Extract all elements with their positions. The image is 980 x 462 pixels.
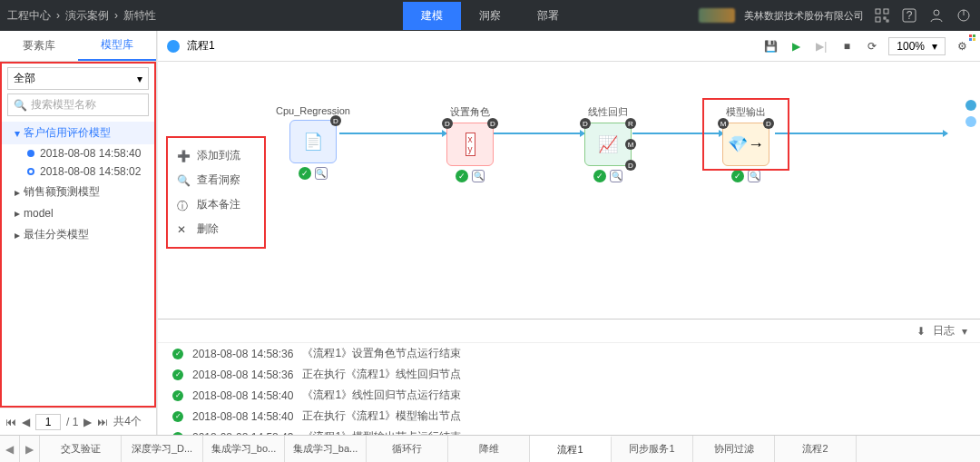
download-log-icon[interactable]: ⬇ [916,325,926,338]
role-icon: xy [466,133,475,156]
user-icon[interactable] [927,6,946,25]
bottom-tab[interactable]: 降维 [448,436,530,462]
regression-icon: 📈 [598,134,618,154]
inspect-icon[interactable]: 🔍 [315,167,328,180]
tab-insight[interactable]: 洞察 [461,2,519,30]
pager-prev[interactable]: ◀ [22,416,30,428]
inspect-icon[interactable]: 🔍 [610,170,622,182]
log-row: ✓2018-08-08 14:58:36《流程1》设置角色节点运行结束 [158,343,980,364]
bottom-tab[interactable]: 同步服务1 [612,436,693,462]
canvas-toolbar: 流程1 💾 ▶ ▶| ■ ⟳ 100% ▾ ⚙ [158,31,980,62]
search-input[interactable]: 🔍 搜索模型名称 [7,93,149,116]
tree-group[interactable]: ▸ 销售额预测模型 [2,181,154,203]
power-icon[interactable] [955,6,973,25]
port[interactable]: D [625,160,636,171]
tree-group[interactable]: ▸ 最佳分类模型 [2,223,154,246]
palette-icon[interactable] [969,34,976,41]
top-right: 美林数据技术股份有限公司 ? [699,6,973,25]
bottom-tab[interactable]: 协同过滤 [693,436,775,462]
note-icon: ⓘ [177,199,190,211]
bottom-tab[interactable]: 流程1 [530,436,612,462]
crumb[interactable]: 演示案例 [65,8,109,24]
port[interactable]: D [330,115,341,126]
port[interactable]: D [580,118,591,129]
port[interactable]: R [625,118,636,129]
flow-title: 流程1 [187,38,215,54]
tree-version[interactable]: 2018-08-08 14:58:40 [2,144,154,162]
node-cpu-regression[interactable]: Cpu_Regression 📄 D ✓🔍 [276,105,350,180]
tabs-next[interactable]: ▶ [20,436,40,462]
canvas-pin[interactable] [965,100,976,111]
status-ok-icon: ✓ [172,369,183,380]
company-name: 美林数据技术股份有限公司 [744,9,864,23]
status-ok-icon: ✓ [299,167,311,180]
svg-rect-1 [884,9,888,14]
ctx-delete[interactable]: ✕删除 [168,217,264,241]
zoom-select[interactable]: 100% ▾ [888,37,946,55]
eye-icon: 🔍 [177,174,190,187]
qr-icon[interactable] [873,6,891,25]
log-msg: 《流程1》模型输出节点运行结束 [302,429,461,435]
bottom-tab[interactable]: 集成学习_bo... [203,436,285,462]
bottom-tab[interactable]: 深度学习_D... [122,436,203,462]
pager-next[interactable]: ▶ [83,416,92,428]
bottom-tab[interactable]: 交叉验证 [40,436,122,462]
log-msg: 《流程1》线性回归节点运行结束 [302,388,461,403]
filter-select[interactable]: 全部 ▾ [7,67,149,90]
tab-deploy[interactable]: 部署 [519,2,577,30]
status-ok-icon: ✓ [172,390,183,401]
log-msg: 正在执行《流程1》线性回归节点 [302,367,461,382]
tree-group[interactable]: ▾ 客户信用评价模型 [2,122,154,144]
pager: ⏮ ◀ / 1 ▶ ⏭ 共4个 [0,408,156,435]
port[interactable]: M [625,139,636,150]
search-icon: 🔍 [14,99,27,112]
pager-page-input[interactable] [35,414,61,430]
log-time: 2018-08-08 14:58:40 [192,410,293,423]
bottom-tab[interactable]: 循环行 [367,436,448,462]
node-label: 设置角色 [446,105,494,119]
svg-text:?: ? [906,9,913,22]
tab-models[interactable]: 模型库 [78,31,156,61]
tree-group[interactable]: ▸ model [2,203,154,223]
node-linear-regression[interactable]: 线性回归 📈 D R M D ✓🔍 [584,105,632,182]
tab-elements[interactable]: 要素库 [0,31,78,61]
log-time: 2018-08-08 14:58:36 [192,348,293,360]
log-row: ✓2018-08-08 14:58:43《流程1》模型输出节点运行结束 [158,427,980,435]
help-icon[interactable]: ? [900,6,918,25]
sidebar: 要素库 模型库 全部 ▾ 🔍 搜索模型名称 ▾ 客户信用评价模型 2018-08… [0,31,157,435]
context-menu: ➕添加到流 🔍查看洞察 ⓘ版本备注 ✕删除 [166,136,266,249]
node-set-role[interactable]: 设置角色 xy D D ✓🔍 [446,105,494,182]
filter-value: 全部 [14,71,35,86]
ctx-view-insight[interactable]: 🔍查看洞察 [168,168,264,192]
flow-canvas[interactable]: Cpu_Regression 📄 D ✓🔍 设置角色 xy D D ✓🔍 线性回… [158,62,980,319]
ctx-add-to-flow[interactable]: ➕添加到流 [168,143,264,168]
tabs-prev[interactable]: ◀ [0,436,20,462]
svg-rect-2 [876,17,880,22]
crumb[interactable]: 新特性 [123,8,156,24]
port[interactable]: D [487,118,498,129]
refresh-button[interactable]: ⟳ [863,37,881,55]
inspect-icon[interactable]: 🔍 [472,170,485,182]
bottom-tab[interactable]: 集成学习_ba... [285,436,367,462]
save-button[interactable]: 💾 [761,37,779,55]
canvas-pin[interactable] [965,116,976,127]
chevron-down-icon[interactable]: ▾ [962,325,967,338]
port[interactable]: D [442,118,453,129]
pager-last[interactable]: ⏭ [97,416,108,428]
run-button[interactable]: ▶ [787,37,805,55]
ctx-version-note[interactable]: ⓘ版本备注 [168,192,264,217]
bottom-tab[interactable]: 流程2 [775,436,857,462]
pager-first[interactable]: ⏮ [5,416,16,428]
bottom-tabs: ◀ ▶ 交叉验证深度学习_D...集成学习_bo...集成学习_ba...循环行… [0,435,980,462]
inspect-icon[interactable]: 🔍 [748,170,760,182]
log-title: 日志 [933,323,955,339]
step-button[interactable]: ▶| [812,37,830,55]
settings-button[interactable]: ⚙ [953,37,971,55]
tree-version[interactable]: 2018-08-08 14:58:02 [2,162,154,181]
tab-build[interactable]: 建模 [403,2,461,30]
stop-button[interactable]: ■ [838,37,856,55]
status-ok-icon: ✓ [593,170,606,182]
crumb[interactable]: 工程中心 [7,8,51,24]
log-time: 2018-08-08 14:58:36 [192,369,293,381]
log-body[interactable]: ✓2018-08-08 14:58:36《流程1》设置角色节点运行结束✓2018… [158,343,980,435]
